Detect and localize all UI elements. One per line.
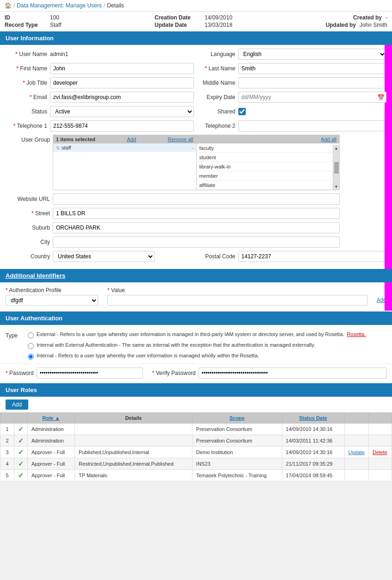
password-input[interactable] xyxy=(37,368,143,379)
internal-ext-auth-label: Internal with External Authentication - … xyxy=(37,342,315,348)
city-input[interactable] xyxy=(53,237,340,248)
middlename-input[interactable] xyxy=(238,77,387,88)
row-role: Administration xyxy=(28,435,75,447)
expiry-input[interactable] xyxy=(238,92,387,103)
telephone1-label: * Telephone 1 xyxy=(6,123,47,129)
firstname-input[interactable] xyxy=(50,63,194,74)
row-action2[interactable] xyxy=(369,435,392,447)
table-row: 1 ✓ Administration Preservation Consorti… xyxy=(0,424,392,435)
table-row: 3 ✓ Approver - Full Published,Unpublishe… xyxy=(0,447,392,458)
street-input[interactable] xyxy=(53,208,340,219)
value-input[interactable] xyxy=(107,295,367,306)
record-type-label: Record Type xyxy=(5,22,46,28)
calendar-icon[interactable]: 📅 xyxy=(377,94,385,101)
lastname-input[interactable] xyxy=(238,63,387,74)
table-row: 2 ✓ Administration Preservation Consorti… xyxy=(0,435,392,447)
scroll-down-arrow[interactable]: ▼ xyxy=(335,185,338,189)
scroll-thumb[interactable] xyxy=(334,162,339,174)
col-status-date[interactable]: Status Date xyxy=(282,413,344,424)
ug-add-button[interactable]: Add xyxy=(127,137,136,142)
row-role: Approver - Full xyxy=(28,470,75,481)
auth-profile-select[interactable]: dfgdf xyxy=(6,295,98,306)
created-by-label: Created by xyxy=(353,14,382,21)
col-scope[interactable]: Scope xyxy=(192,413,282,424)
ug-available-item[interactable]: student+ xyxy=(197,153,340,162)
shared-checkbox[interactable] xyxy=(238,108,246,115)
scroll-up-arrow[interactable]: ▲ xyxy=(335,146,338,150)
breadcrumb-separator: / xyxy=(13,2,15,9)
language-select[interactable]: English French Spanish xyxy=(238,49,387,60)
jobtitle-label: * Job Title xyxy=(6,80,47,86)
row-num: 1 xyxy=(0,424,14,435)
auth-type-options: External - Refers to a user type whereby… xyxy=(28,331,366,360)
row-scope: Demo Institution xyxy=(192,447,282,458)
website-input[interactable] xyxy=(53,193,340,205)
external-auth-option[interactable]: External - Refers to a user type whereby… xyxy=(28,331,366,338)
row-action2[interactable] xyxy=(369,458,392,470)
shared-label: Shared xyxy=(199,108,236,115)
row-action1[interactable] xyxy=(344,424,368,435)
status-select[interactable]: Active Inactive xyxy=(50,106,194,117)
ug-available-item[interactable]: faculty+ xyxy=(197,143,340,153)
row-action1[interactable] xyxy=(344,470,368,481)
ug-available-item[interactable]: member+ xyxy=(197,171,340,181)
row-action1[interactable]: Update xyxy=(344,447,368,458)
ug-available-item[interactable]: library-walk-in+ xyxy=(197,162,340,171)
row-action1[interactable] xyxy=(344,435,368,447)
home-icon[interactable]: 🏠 xyxy=(5,2,12,9)
breadcrumb-data-management[interactable]: Data Management: Manage Users xyxy=(17,2,101,9)
add-role-button[interactable]: Add xyxy=(6,399,28,410)
ug-remove-icon[interactable]: - xyxy=(192,145,193,150)
street-label: * Street xyxy=(6,210,50,217)
internal-auth-option[interactable]: Internal - Refers to a user type whereby… xyxy=(28,353,366,360)
row-status-date: 14/03/2011 11:42:36 xyxy=(282,435,344,447)
user-roles-section: User Roles Add Role ▲ Details Scope Stat… xyxy=(0,383,392,481)
breadcrumb-separator2: / xyxy=(104,2,105,9)
row-status: ✓ xyxy=(14,458,28,470)
row-status: ✓ xyxy=(14,470,28,481)
middlename-label: Middle Name xyxy=(199,80,236,86)
telephone2-label: Telephone 2 xyxy=(199,123,236,129)
additional-identifiers-header: Additional Identifiers xyxy=(0,269,392,282)
telephone2-input[interactable] xyxy=(238,120,387,131)
internal-ext-auth-option[interactable]: Internal with External Authentication - … xyxy=(28,342,366,349)
roles-table: Role ▲ Details Scope Status Date 1 ✓ Adm… xyxy=(0,412,392,481)
id-label: ID xyxy=(5,14,46,21)
country-select[interactable]: United States United Kingdom Canada xyxy=(53,251,155,262)
verify-password-input[interactable] xyxy=(199,368,386,379)
row-action1[interactable] xyxy=(344,458,368,470)
suburb-input[interactable] xyxy=(53,222,340,233)
breadcrumb: 🏠 / Data Management: Manage Users / Deta… xyxy=(0,0,392,12)
website-label: Website URL xyxy=(6,196,50,202)
email-input[interactable] xyxy=(50,92,194,103)
row-scope: Preservation Consortium xyxy=(192,424,282,435)
jobtitle-input[interactable] xyxy=(50,77,194,88)
updated-by-label: Updated by xyxy=(326,22,356,28)
creation-date-value: 14/09/2010 xyxy=(205,14,232,21)
username-value: admin1 xyxy=(50,51,68,57)
delete-button[interactable]: Delete xyxy=(373,449,387,455)
auth-profile-label: * Authentication Profile xyxy=(6,287,98,293)
telephone1-input[interactable] xyxy=(50,120,194,131)
row-action2[interactable]: Delete xyxy=(369,447,392,458)
ug-available-item[interactable]: affiliate+ xyxy=(197,181,340,190)
row-details: Published,Unpublished,Internal xyxy=(75,447,193,458)
ug-available-label: affiliate xyxy=(199,182,216,188)
postal-input[interactable] xyxy=(238,251,387,262)
row-action2[interactable] xyxy=(369,470,392,481)
internal-auth-label: Internal - Refers to a user type whereby… xyxy=(37,353,259,358)
email-label: * Email xyxy=(6,94,47,100)
ug-available-label: member xyxy=(199,173,218,179)
ug-add-all-button[interactable]: Add all xyxy=(321,137,336,142)
user-information-header: User Information xyxy=(0,31,392,45)
creation-date-label: Creation Date xyxy=(155,14,201,21)
lastname-label: * Last Name xyxy=(199,65,236,72)
row-action2[interactable] xyxy=(369,424,392,435)
breadcrumb-details: Details xyxy=(107,2,124,9)
update-button[interactable]: Update xyxy=(348,449,365,455)
table-row: 5 ✓ Approver - Full TP Materials Temasek… xyxy=(0,470,392,481)
col-role[interactable]: Role ▲ xyxy=(28,413,75,424)
record-type-value: Staff xyxy=(50,22,61,28)
ug-staff-item[interactable]: ⇅ staff - xyxy=(53,143,196,152)
ug-remove-all-button[interactable]: Remove all xyxy=(168,137,193,142)
